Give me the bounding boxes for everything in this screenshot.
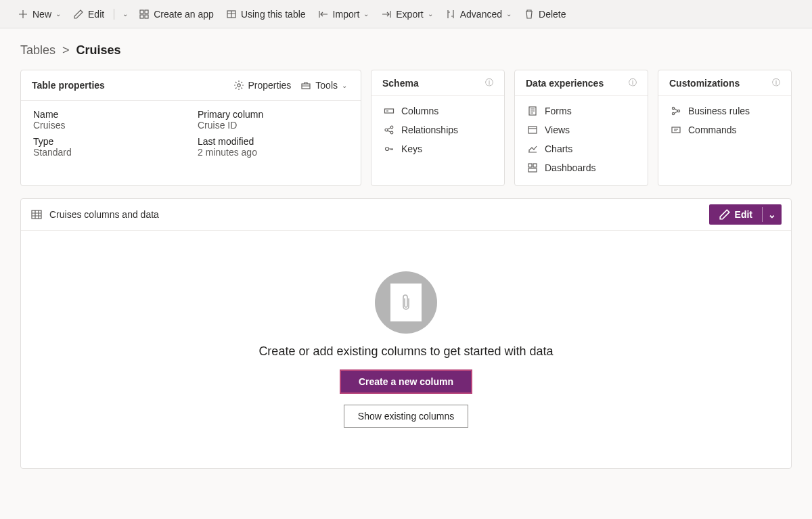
new-button[interactable]: New ⌄: [14, 6, 65, 22]
modified-value: 2 minutes ago: [198, 147, 348, 158]
svg-rect-15: [533, 164, 537, 167]
delete-label: Delete: [539, 9, 566, 20]
export-icon: [381, 9, 392, 20]
delete-button[interactable]: Delete: [520, 6, 570, 22]
toolbox-icon: [300, 80, 311, 91]
edit-button[interactable]: Edit: [69, 6, 108, 22]
pencil-icon: [73, 9, 84, 20]
import-label: Import: [333, 9, 360, 20]
experiences-charts[interactable]: Charts: [527, 143, 635, 154]
command-bar: New ⌄ Edit ⌄ Create an app Using this ta…: [0, 0, 812, 28]
edit-split-button[interactable]: Edit ⌄: [709, 204, 782, 225]
using-table-button[interactable]: Using this table: [222, 6, 310, 22]
data-panel: Cruises columns and data Edit ⌄ Create o…: [20, 198, 792, 469]
chevron-down-icon[interactable]: ⌄: [763, 205, 782, 224]
create-app-label: Create an app: [154, 9, 214, 20]
chart-icon: [527, 143, 538, 154]
label: Charts: [545, 143, 572, 154]
empty-state-text: Create or add existing columns to get st…: [258, 344, 553, 359]
chevron-down-icon: ⌄: [506, 10, 512, 18]
advanced-button[interactable]: Advanced ⌄: [441, 6, 516, 22]
dashboard-icon: [527, 162, 538, 173]
svg-rect-13: [528, 127, 537, 133]
properties-label: Properties: [248, 80, 292, 91]
card-schema: Schema ⓘ Columns Relationships Keys: [371, 70, 505, 186]
empty-state-graphic: [375, 271, 437, 334]
svg-point-5: [237, 84, 240, 87]
export-button[interactable]: Export ⌄: [377, 6, 436, 22]
svg-rect-3: [145, 15, 148, 18]
svg-point-9: [390, 126, 393, 129]
app-grid-icon: [139, 9, 150, 20]
info-icon[interactable]: ⓘ: [485, 77, 493, 89]
card-title: Data experiences: [526, 78, 625, 89]
card-customizations: Customizations ⓘ Business rules Commands: [658, 70, 792, 186]
primary-label: Primary column: [198, 109, 348, 120]
svg-point-17: [672, 107, 674, 109]
properties-button[interactable]: Properties: [231, 77, 294, 93]
svg-rect-21: [32, 210, 41, 219]
data-panel-title: Cruises columns and data: [49, 209, 702, 220]
create-new-column-button[interactable]: Create a new column: [340, 369, 472, 394]
page-body: Tables > Cruises Table properties Proper…: [0, 28, 812, 484]
edit-dropdown[interactable]: ⌄: [120, 10, 131, 18]
schema-keys[interactable]: Keys: [384, 143, 492, 154]
customizations-commands[interactable]: Commands: [671, 125, 779, 135]
breadcrumb-parent[interactable]: Tables: [20, 43, 55, 57]
svg-rect-20: [672, 127, 680, 133]
label: Relationships: [401, 125, 458, 135]
info-icon[interactable]: ⓘ: [629, 77, 637, 89]
schema-columns[interactable]: Columns: [384, 106, 492, 116]
commands-icon: [671, 125, 681, 135]
card-table-properties: Table properties Properties Tools ⌄ Name…: [20, 70, 361, 186]
plus-icon: [18, 9, 28, 20]
create-app-button[interactable]: Create an app: [135, 6, 218, 22]
edit-label: Edit: [88, 9, 104, 20]
info-icon[interactable]: ⓘ: [772, 77, 780, 89]
table-grid-icon: [30, 208, 43, 221]
card-title: Table properties: [32, 80, 227, 91]
view-icon: [527, 125, 538, 135]
pencil-icon: [719, 208, 731, 221]
empty-state: Create or add existing columns to get st…: [21, 231, 791, 468]
text-field-icon: [384, 106, 394, 116]
card-title: Customizations: [669, 78, 768, 89]
tools-button[interactable]: Tools ⌄: [298, 77, 350, 93]
import-icon: [318, 9, 329, 20]
experiences-forms[interactable]: Forms: [527, 106, 635, 116]
breadcrumb: Tables > Cruises: [20, 43, 792, 58]
show-existing-columns-button[interactable]: Show existing columns: [344, 405, 468, 428]
chevron-down-icon: ⌄: [363, 10, 369, 18]
customizations-business-rules[interactable]: Business rules: [671, 106, 779, 116]
svg-point-10: [390, 131, 393, 134]
svg-point-11: [386, 148, 389, 151]
svg-point-19: [672, 112, 674, 114]
import-button[interactable]: Import ⌄: [314, 6, 374, 22]
table-icon: [226, 9, 237, 20]
label: Commands: [688, 125, 737, 135]
sliders-icon: [445, 9, 456, 20]
modified-label: Last modified: [198, 136, 348, 147]
label: Business rules: [688, 106, 750, 116]
flow-icon: [671, 106, 681, 116]
breadcrumb-separator: >: [59, 43, 76, 57]
svg-rect-7: [385, 109, 394, 113]
chevron-down-icon: ⌄: [342, 82, 347, 89]
export-label: Export: [396, 9, 423, 20]
svg-rect-0: [140, 10, 143, 14]
experiences-dashboards[interactable]: Dashboards: [527, 162, 635, 173]
primary-value: Cruise ID: [198, 120, 348, 131]
label: Keys: [401, 143, 422, 154]
experiences-views[interactable]: Views: [527, 125, 635, 135]
svg-point-8: [385, 129, 388, 131]
form-icon: [527, 106, 538, 116]
trash-icon: [524, 9, 535, 20]
svg-rect-16: [528, 168, 537, 172]
breadcrumb-current: Cruises: [76, 43, 121, 57]
card-row: Table properties Properties Tools ⌄ Name…: [20, 70, 792, 186]
new-label: New: [32, 9, 51, 20]
schema-relationships[interactable]: Relationships: [384, 125, 492, 135]
separator: [114, 9, 114, 20]
svg-rect-1: [145, 10, 148, 14]
relationship-icon: [384, 125, 394, 135]
